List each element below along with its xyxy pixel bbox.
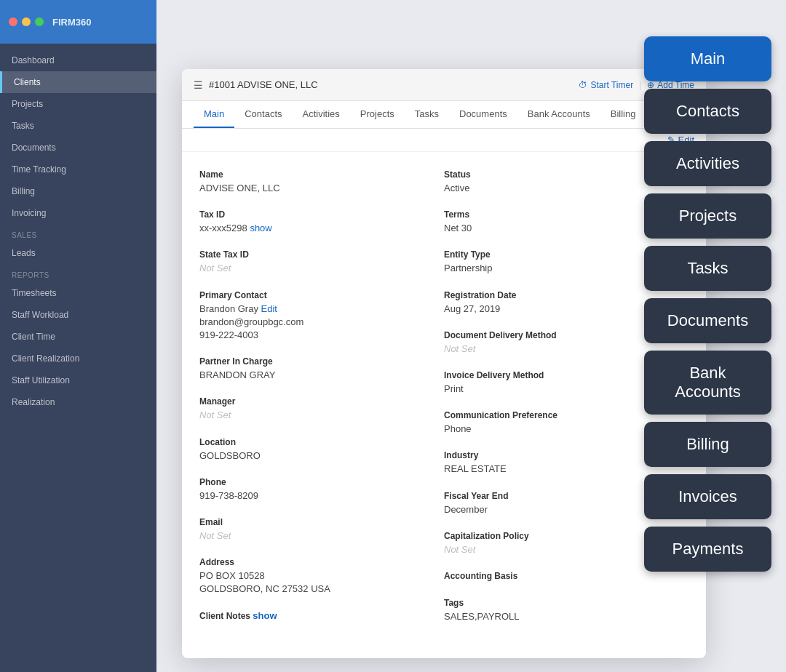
- tab-projects[interactable]: Projects: [350, 101, 405, 128]
- field-primary-contact: Primary Contact Brandon Gray Editbrandon…: [199, 284, 444, 351]
- panel-btn-main[interactable]: Main: [644, 36, 771, 81]
- sidebar-item-projects[interactable]: Projects: [0, 93, 156, 115]
- sidebar-item-timesheets[interactable]: Timesheets: [0, 282, 156, 304]
- tab-main[interactable]: Main: [194, 101, 234, 128]
- sidebar-nav: Dashboard Clients Projects Tasks Documen…: [0, 44, 156, 419]
- sidebar-item-staff-workload[interactable]: Staff Workload: [0, 304, 156, 326]
- edit-bar: ✎ Edit: [182, 129, 706, 152]
- tab-documents[interactable]: Documents: [449, 101, 517, 128]
- panel-btn-billing[interactable]: Billing: [644, 422, 771, 467]
- tab-bank-accounts[interactable]: Bank Accounts: [517, 101, 600, 128]
- sidebar-item-documents[interactable]: Documents: [0, 137, 156, 159]
- tab-tasks[interactable]: Tasks: [405, 101, 449, 128]
- field-partner-in-charge: Partner In Charge BRANDON GRAY: [199, 351, 444, 391]
- sidebar-item-realization[interactable]: Realization: [0, 391, 156, 413]
- window-title-area: ☰ #1001 ADVISE ONE, LLC: [194, 79, 318, 91]
- tax-id-show-link[interactable]: show: [250, 223, 271, 233]
- panel-btn-documents[interactable]: Documents: [644, 298, 771, 343]
- reports-section-title: REPORTS: [0, 264, 156, 282]
- right-panel: Main Contacts Activities Projects Tasks …: [644, 36, 771, 572]
- sidebar-item-invoicing[interactable]: Invoicing: [0, 202, 156, 224]
- panel-btn-invoices[interactable]: Invoices: [644, 474, 771, 519]
- left-column: Name ADVISE ONE, LLC Tax ID xx-xxx5298 s…: [199, 164, 444, 649]
- panel-btn-payments[interactable]: Payments: [644, 527, 771, 572]
- field-tags: Tags SALES,PAYROLL: [444, 592, 688, 632]
- panel-btn-bank-accounts[interactable]: Bank Accounts: [644, 351, 771, 415]
- hamburger-icon[interactable]: ☰: [194, 79, 203, 91]
- maximize-button[interactable]: [35, 17, 44, 26]
- field-manager: Manager Not Set: [199, 391, 444, 431]
- traffic-lights: [9, 17, 44, 26]
- pipe-divider: |: [639, 80, 641, 90]
- sidebar-item-dashboard[interactable]: Dashboard: [0, 49, 156, 71]
- app-logo: FIRM360: [52, 17, 91, 28]
- window-title: #1001 ADVISE ONE, LLC: [209, 79, 318, 90]
- sidebar-header: FIRM360: [0, 0, 156, 44]
- tab-billing[interactable]: Billing: [600, 101, 646, 128]
- sales-section-title: SALES: [0, 224, 156, 242]
- start-timer-button[interactable]: ⏱ Start Timer: [579, 80, 633, 90]
- tab-contacts[interactable]: Contacts: [234, 101, 292, 128]
- client-notes-show-link[interactable]: show: [253, 610, 277, 621]
- tab-activities[interactable]: Activities: [293, 101, 350, 128]
- sidebar-item-time-tracking[interactable]: Time Tracking: [0, 159, 156, 180]
- panel-btn-contacts[interactable]: Contacts: [644, 89, 771, 134]
- field-tax-id: Tax ID xx-xxx5298 show: [199, 204, 444, 244]
- client-detail-window: ☰ #1001 ADVISE ONE, LLC ⏱ Start Timer | …: [182, 69, 706, 658]
- field-address: Address PO BOX 10528GOLDSBORO, NC 27532 …: [199, 551, 444, 604]
- field-location: Location GOLDSBORO: [199, 431, 444, 471]
- sidebar-item-client-time[interactable]: Client Time: [0, 326, 156, 348]
- field-name: Name ADVISE ONE, LLC: [199, 164, 444, 204]
- background-sidebar: FIRM360 Dashboard Clients Projects Tasks…: [0, 0, 156, 672]
- panel-btn-projects[interactable]: Projects: [644, 193, 771, 239]
- field-phone: Phone 919-738-8209: [199, 471, 444, 511]
- minimize-button[interactable]: [22, 17, 31, 26]
- window-header: ☰ #1001 ADVISE ONE, LLC ⏱ Start Timer | …: [182, 69, 706, 101]
- sidebar-item-tasks[interactable]: Tasks: [0, 115, 156, 137]
- sidebar-item-client-realization[interactable]: Client Realization: [0, 348, 156, 369]
- primary-contact-edit-link[interactable]: Edit: [261, 303, 277, 314]
- panel-btn-tasks[interactable]: Tasks: [644, 246, 771, 291]
- field-email: Email Not Set: [199, 511, 444, 551]
- panel-btn-activities[interactable]: Activities: [644, 141, 771, 186]
- sidebar-item-staff-utilization[interactable]: Staff Utilization: [0, 369, 156, 391]
- content-area: Name ADVISE ONE, LLC Tax ID xx-xxx5298 s…: [182, 152, 706, 658]
- timer-icon: ⏱: [579, 80, 587, 90]
- tabs-bar: Main Contacts Activities Projects Tasks …: [182, 101, 706, 129]
- field-state-tax-id: State Tax ID Not Set: [199, 244, 444, 284]
- sidebar-item-leads[interactable]: Leads: [0, 242, 156, 264]
- field-client-notes: Client Notes show: [199, 604, 444, 632]
- sidebar-item-clients[interactable]: Clients: [0, 71, 156, 93]
- sidebar-item-billing[interactable]: Billing: [0, 180, 156, 202]
- close-button[interactable]: [9, 17, 17, 26]
